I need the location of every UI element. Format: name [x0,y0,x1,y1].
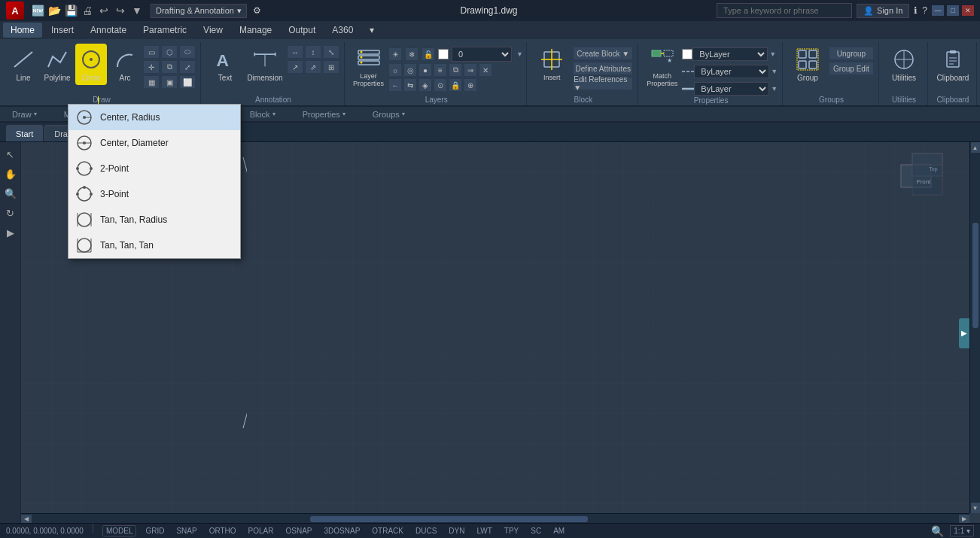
sc-btn[interactable]: SC [528,526,544,536]
menu-insert[interactable]: Insert [44,23,81,38]
menu-annotate[interactable]: Annotate [83,23,134,38]
maximize-btn[interactable]: □ [947,5,959,16]
layer-walk-btn[interactable]: ⇆ [403,78,417,92]
lwt-btn[interactable]: LWT [473,526,495,536]
scroll-thumb-v[interactable] [972,223,978,328]
scroll-up-btn[interactable]: ▲ [971,142,980,153]
dropdown-3point[interactable]: 3-Point [68,181,240,207]
layer-freeze-btn[interactable]: ❄ [405,47,418,61]
ungroup-btn[interactable]: Ungroup [829,47,874,60]
multileader-btn[interactable]: ⇗ [305,60,321,74]
undo-btn[interactable]: ↩ [96,3,111,18]
group-button[interactable]: Group [789,44,826,85]
layer-isolate-btn[interactable]: ◎ [403,63,417,77]
help-btn[interactable]: ? [922,5,927,16]
layer-match-btn[interactable]: ≡ [434,63,447,77]
save-btn[interactable]: 💾 [63,3,78,18]
layer-color-btn[interactable] [438,49,449,59]
layer-previous-btn[interactable]: ← [388,78,402,92]
menu-home[interactable]: Home [3,23,42,38]
gradient-btn[interactable]: ▣ [161,75,178,89]
section-block[interactable]: Block ▾ [244,108,282,120]
tab-start[interactable]: Start [6,125,43,141]
dropdown-center-diameter[interactable]: Center, Diameter [68,130,240,156]
polyline-button[interactable]: Polyline [41,44,73,85]
dim3-btn[interactable]: ⤡ [323,45,339,59]
layer-thaw-btn[interactable]: ⊕ [464,78,477,92]
grid-btn[interactable]: GRID [142,526,167,536]
lineweight-dropdown-btn[interactable]: ▼ [769,85,779,93]
am-btn[interactable]: AM [550,526,568,536]
utilities-button[interactable]: Utilities [885,44,923,85]
open-btn[interactable]: 📂 [47,3,62,18]
dropdown-2point[interactable]: 2-Point [68,156,240,181]
polygon-btn[interactable]: ⬡ [161,45,178,59]
signin-button[interactable]: 👤 Sign In [857,4,909,18]
layer-on-btn[interactable]: ● [418,63,432,77]
dyn-btn[interactable]: DYN [446,526,467,536]
layer-properties-button[interactable]: Layer Properties [351,44,386,90]
color-select[interactable]: ByLayer [692,47,768,61]
orbit-btn[interactable]: ↻ [2,204,20,222]
menu-parametric[interactable]: Parametric [135,23,194,38]
table-btn[interactable]: ⊞ [323,60,339,74]
boundary-btn[interactable]: ⬜ [179,75,196,89]
tpy-btn[interactable]: TPY [501,526,522,536]
minimize-btn[interactable]: — [932,5,944,16]
workspace-settings-btn[interactable]: ⚙ [253,5,261,16]
scroll-left-btn[interactable]: ◀ [21,515,32,524]
lineweight-select[interactable]: ByLayer [694,82,769,96]
layer-freeze-in-vp-btn[interactable]: ⊙ [434,78,447,92]
snap-btn[interactable]: SNAP [173,526,199,536]
close-btn[interactable]: ✕ [962,5,974,16]
layer-dropdown[interactable]: 0 [452,47,512,62]
annotation-scale-btn[interactable]: 1:1 ▾ [950,525,974,536]
leader-btn[interactable]: ↗ [287,60,303,74]
insert-button[interactable]: Insert [533,44,571,85]
layer-merge-btn[interactable]: ⇒ [464,63,477,77]
zoom-btn[interactable]: 🔍 [931,525,944,537]
block-create-btn[interactable]: Create Block ▼ [573,47,633,60]
ducs-btn[interactable]: DUCS [412,526,440,536]
linetype-dropdown-btn[interactable]: ▼ [769,68,779,75]
match-properties-button[interactable]: ★ Match Properties [644,44,680,90]
linetype-select[interactable]: ByLayer [694,65,769,78]
layer-delete-btn[interactable]: ✕ [479,63,492,77]
section-groups[interactable]: Groups ▾ [367,108,411,120]
menu-output[interactable]: Output [281,23,323,38]
layer-copy-objects-btn[interactable]: ⧉ [449,63,462,77]
move-btn[interactable]: ✛ [143,60,160,74]
section-properties[interactable]: Properties ▾ [297,108,352,120]
ortho-btn[interactable]: ORTHO [206,526,239,536]
block-edit-btn[interactable]: Edit References ▼ [573,77,633,90]
showmotion-btn[interactable]: ▶ [2,223,20,242]
qa-dropdown-btn[interactable]: ▼ [129,3,145,18]
dim1-btn[interactable]: ↔ [287,45,303,59]
scroll-right-btn[interactable]: ▶ [959,515,969,524]
layer-lock-all-btn[interactable]: 🔒 [449,78,462,92]
right-panel-toggle-btn[interactable]: ▶ [959,318,969,348]
dimension-button[interactable]: Dimension [245,44,285,85]
otrack-btn[interactable]: OTRACK [369,526,406,536]
polar-btn[interactable]: POLAR [245,526,277,536]
rectangle-btn[interactable]: ▭ [143,45,160,59]
arc-button[interactable]: Arc [109,44,141,85]
block-define-btn[interactable]: Define Attributes [573,62,633,75]
stretch-btn[interactable]: ⤢ [179,60,196,74]
menu-view[interactable]: View [196,23,230,38]
dim2-btn[interactable]: ↕ [305,45,321,59]
search-input[interactable] [717,3,852,18]
menu-manage[interactable]: Manage [232,23,279,38]
text-button[interactable]: A Text [207,44,243,85]
group-edit-btn[interactable]: Group Edit [829,62,874,75]
layer-off-btn[interactable]: ☼ [388,63,402,77]
3dosnap-btn[interactable]: 3DOSNAP [321,526,364,536]
hatch-btn[interactable]: ▦ [143,75,160,89]
scrollbar-vertical[interactable]: ▲ ▼ [969,142,980,513]
section-draw[interactable]: Draw ▾ [6,108,43,120]
pan-btn[interactable]: ✋ [2,165,20,183]
copy-btn[interactable]: ⧉ [161,60,178,74]
dropdown-tan-tan-tan[interactable]: Tan, Tan, Tan [68,233,240,258]
zoom-btn[interactable]: 🔍 [2,184,20,202]
model-btn[interactable]: MODEL [102,525,137,536]
